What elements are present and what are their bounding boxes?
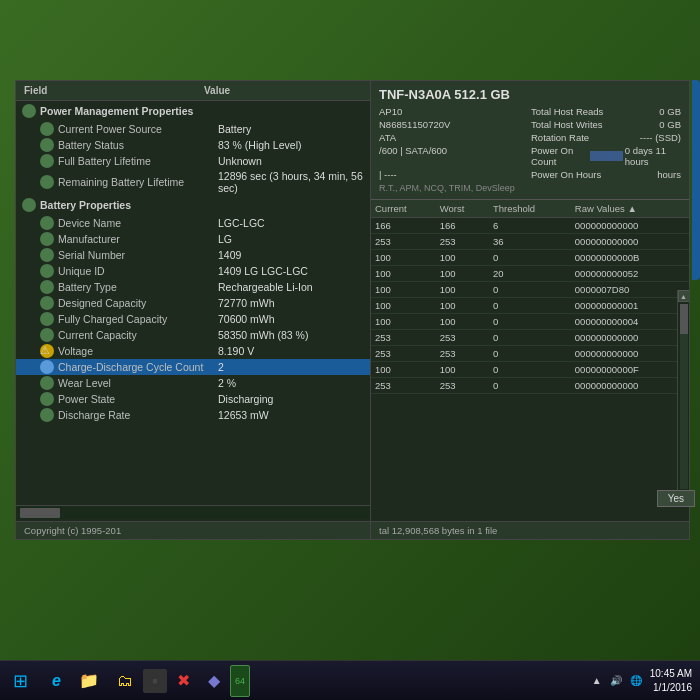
start-button[interactable]: ⊞ [0, 661, 40, 701]
smart-worst: 100 [436, 250, 489, 266]
discharge-rate-row[interactable]: Discharge Rate 12653 mW [16, 407, 379, 423]
fully-charged-capacity-row[interactable]: Fully Charged Capacity 70600 mWh [16, 311, 379, 327]
smart-current: 253 [371, 330, 436, 346]
footer-text: tal 12,908,568 bytes in 1 file [379, 525, 497, 536]
current-capacity-value: 58350 mWh (83 %) [218, 329, 373, 341]
tray-arrow[interactable]: ▲ [592, 675, 602, 686]
voltage-row[interactable]: ⚠ Voltage 8.190 V [16, 343, 379, 359]
scroll-up-btn[interactable]: ▲ [678, 290, 690, 302]
detail-ap10: AP10 [379, 106, 529, 117]
taskbar-edge-icon[interactable]: e [44, 665, 69, 697]
wear-level-icon [40, 376, 54, 390]
remaining-battery-lifetime-value: 12896 sec (3 hours, 34 min, 56 sec) [218, 170, 373, 194]
designed-capacity-icon [40, 296, 54, 310]
fully-charged-capacity-value: 70600 mWh [218, 313, 373, 325]
smart-table-row[interactable]: 253 253 0 000000000000 [371, 378, 689, 394]
panel-header: Field Value [16, 81, 379, 101]
smart-table-row[interactable]: 253 253 0 000000000000 [371, 330, 689, 346]
unique-id-row[interactable]: Unique ID 1409 LG LGC-LGC [16, 263, 379, 279]
rotation-rate-label: Rotation Rate [531, 132, 589, 143]
raw-values-column-header[interactable]: Raw Values ▲ [571, 200, 689, 218]
power-on-count-bar [590, 151, 623, 161]
power-on-hours-row: Power On Hours hours [531, 169, 681, 180]
battery-status-icon [40, 138, 54, 152]
panel-content[interactable]: Power Management Properties Current Powe… [16, 101, 379, 504]
smart-threshold: 0 [489, 282, 571, 298]
battery-status-row[interactable]: Battery Status 83 % (High Level) [16, 137, 379, 153]
smart-worst: 100 [436, 362, 489, 378]
smart-table-row[interactable]: 100 100 0 000000000004 [371, 314, 689, 330]
total-host-writes-label: Total Host Writes [531, 119, 603, 130]
worst-column-header[interactable]: Worst [436, 200, 489, 218]
power-state-row[interactable]: Power State Discharging [16, 391, 379, 407]
taskbar-tray: ▲ 🔊 🌐 10:45 AM 1/1/2016 [584, 667, 700, 695]
smart-table-scrollbar[interactable]: ▲ ▼ [677, 290, 689, 503]
device-name-row[interactable]: Device Name LGC-LGC [16, 215, 379, 231]
threshold-column-header[interactable]: Threshold [489, 200, 571, 218]
taskbar-files-icon[interactable]: 🗂 [109, 665, 141, 697]
taskbar-app2-icon[interactable]: ✖ [169, 665, 198, 697]
taskbar-items: e 📁 🗂 ■ ✖ ◆ 64 [40, 665, 584, 697]
charge-discharge-cycle-row[interactable]: Charge-Discharge Cycle Count 2 [16, 359, 379, 375]
wear-level-row[interactable]: Wear Level 2 % [16, 375, 379, 391]
power-on-count-value-container: 0 days 11 hours [590, 145, 681, 167]
power-state-icon [40, 392, 54, 406]
taskbar-explorer-icon[interactable]: 📁 [71, 665, 107, 697]
smart-current: 100 [371, 282, 436, 298]
designed-capacity-row[interactable]: Designed Capacity 72770 mWh [16, 295, 379, 311]
charge-discharge-value: 2 [218, 361, 373, 373]
device-name-label: Device Name [58, 217, 218, 229]
designed-capacity-label: Designed Capacity [58, 297, 218, 309]
scroll-thumb-vertical[interactable] [680, 304, 688, 334]
serial-number-row[interactable]: Serial Number 1409 [16, 247, 379, 263]
smart-raw: 000000000001 [571, 298, 689, 314]
smart-table-row[interactable]: 100 100 0 00000000000F [371, 362, 689, 378]
panel-footer: tal 12,908,568 bytes in 1 file [371, 521, 689, 539]
smart-table-row[interactable]: 166 166 6 000000000000 [371, 218, 689, 234]
smart-table-row[interactable]: 100 100 20 000000000052 [371, 266, 689, 282]
taskbar-app1-icon[interactable]: ■ [143, 669, 167, 693]
tray-network-icon[interactable]: 🌐 [630, 675, 642, 686]
current-column-header[interactable]: Current [371, 200, 436, 218]
smart-raw: 0000007D80 [571, 282, 689, 298]
smart-raw: 000000000000 [571, 378, 689, 394]
smart-table-header: Current Worst Threshold Raw Values ▲ [371, 200, 689, 218]
smart-worst: 166 [436, 218, 489, 234]
discharge-rate-label: Discharge Rate [58, 409, 218, 421]
smart-table-row[interactable]: 253 253 0 000000000000 [371, 346, 689, 362]
yes-button[interactable]: Yes [657, 490, 695, 507]
fully-charged-capacity-icon [40, 312, 54, 326]
drive-header: TNF-N3A0A 512.1 GB AP10 Total Host Reads… [371, 81, 689, 200]
field-column-header: Field [24, 85, 204, 96]
smart-table: Current Worst Threshold Raw Values ▲ 166… [371, 200, 689, 394]
drive-details-grid: AP10 Total Host Reads 0 GB N86851150720V… [379, 106, 681, 180]
smart-table-row[interactable]: 253 253 36 000000000000 [371, 234, 689, 250]
smart-threshold: 6 [489, 218, 571, 234]
smart-current: 100 [371, 298, 436, 314]
smart-table-row[interactable]: 100 100 0 000000000001 [371, 298, 689, 314]
full-battery-lifetime-row[interactable]: Full Battery Lifetime Unknown [16, 153, 379, 169]
current-capacity-row[interactable]: Current Capacity 58350 mWh (83 %) [16, 327, 379, 343]
full-battery-lifetime-label: Full Battery Lifetime [58, 155, 218, 167]
smart-table-row[interactable]: 100 100 0 00000000000B [371, 250, 689, 266]
manufacturer-row[interactable]: Manufacturer LG [16, 231, 379, 247]
scroll-thumb[interactable] [20, 508, 60, 518]
remaining-battery-lifetime-row[interactable]: Remaining Battery Lifetime 12896 sec (3 … [16, 169, 379, 195]
tray-volume-icon[interactable]: 🔊 [610, 675, 622, 686]
current-power-source-row[interactable]: Current Power Source Battery [16, 121, 379, 137]
smart-threshold: 0 [489, 250, 571, 266]
taskbar-64-icon[interactable]: 64 [230, 665, 250, 697]
smart-table-row[interactable]: 100 100 0 0000007D80 [371, 282, 689, 298]
unique-id-icon [40, 264, 54, 278]
full-battery-lifetime-icon [40, 154, 54, 168]
ssd-info-panel: TNF-N3A0A 512.1 GB AP10 Total Host Reads… [370, 80, 690, 540]
horizontal-scrollbar[interactable] [16, 505, 379, 519]
wear-level-value: 2 % [218, 377, 373, 389]
smart-worst: 100 [436, 298, 489, 314]
battery-type-row[interactable]: Battery Type Rechargeable Li-Ion [16, 279, 379, 295]
power-management-icon [22, 104, 36, 118]
smart-raw: 000000000000 [571, 330, 689, 346]
charge-discharge-icon [40, 360, 54, 374]
taskbar-app3-icon[interactable]: ◆ [200, 665, 228, 697]
smart-raw: 00000000000B [571, 250, 689, 266]
